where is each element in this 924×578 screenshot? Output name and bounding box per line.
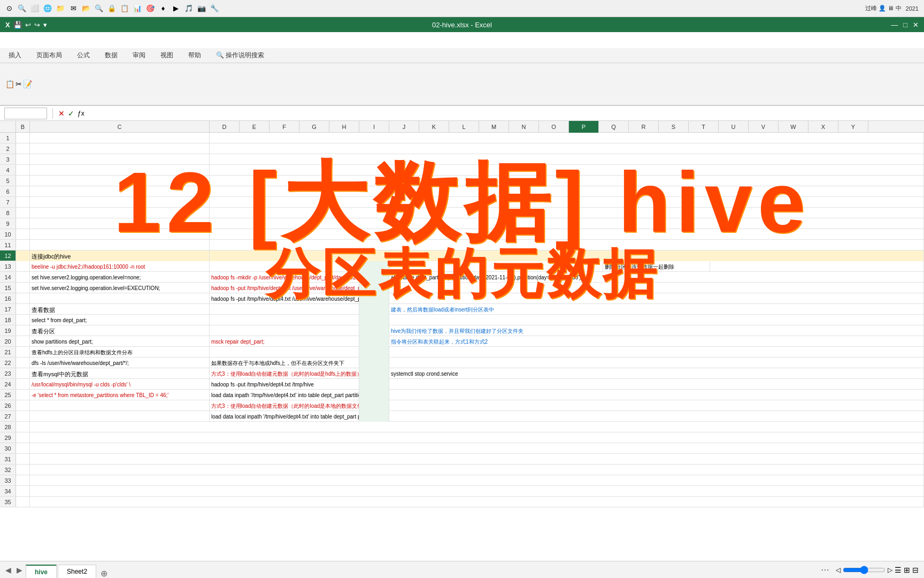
menu-formula[interactable]: 公式 (75, 50, 92, 61)
cell-B1[interactable] (16, 133, 30, 143)
cell-rest-28[interactable] (30, 422, 924, 432)
cell-C20-showpart[interactable]: show partitions dept_part; (30, 336, 210, 347)
cell-P14[interactable] (359, 272, 389, 283)
cell-B32[interactable] (16, 465, 30, 475)
cell-C18-select[interactable]: select * from dept_part; (30, 315, 210, 325)
cell-mid-14[interactable]: hadoop fs -mkdir -p /user/hive/warehouse… (210, 272, 359, 283)
cell-C3[interactable] (30, 154, 210, 165)
col-header-Q[interactable]: Q (599, 121, 629, 133)
cell-B33[interactable] (16, 475, 30, 486)
toolbar-icon2[interactable]: ✂ (16, 80, 22, 88)
cell-B27[interactable] (16, 411, 30, 422)
col-header-E[interactable]: E (240, 121, 270, 133)
edge-icon[interactable]: 🌐 (43, 4, 52, 13)
cell-B16[interactable] (16, 293, 30, 304)
cell-B2[interactable] (16, 143, 30, 154)
app3-icon[interactable]: 🎯 (145, 4, 155, 13)
cell-P16[interactable] (359, 293, 389, 304)
cell-Q14-alter[interactable]: alter table dept_part drop partition(day… (389, 272, 924, 283)
menu-insert[interactable]: 插入 (6, 50, 24, 61)
cell-rest-30[interactable] (30, 443, 924, 454)
col-header-N[interactable]: N (509, 121, 539, 133)
cell-mid-12[interactable] (210, 250, 359, 261)
cell-rest-7[interactable] (210, 197, 924, 208)
cell-rest-22[interactable] (389, 358, 924, 368)
cell-rest-35[interactable] (30, 497, 924, 507)
cell-C6[interactable] (30, 186, 210, 197)
col-header-K[interactable]: K (419, 121, 449, 133)
cell-C15-logging2[interactable]: set hive.server2.logging.operation.level… (30, 283, 210, 293)
menu-data[interactable]: 数据 (103, 50, 120, 61)
cell-P27[interactable] (359, 411, 389, 422)
cell-C12-connect[interactable]: 连接jdbc的hive (30, 250, 210, 261)
cell-B10[interactable] (16, 229, 30, 240)
insert-function-icon[interactable]: ƒx (78, 110, 84, 117)
tab-prev-arrow[interactable]: ◀ (3, 566, 13, 574)
cell-B9[interactable] (16, 218, 30, 229)
cell-Q13[interactable] (389, 261, 603, 272)
cell-rest-24[interactable] (389, 379, 924, 390)
tab-next-arrow[interactable]: ▶ (14, 566, 25, 574)
cell-rest-6[interactable] (210, 186, 924, 197)
cell-B29[interactable] (16, 432, 30, 443)
mail-icon[interactable]: ✉ (68, 4, 78, 13)
cell-C16[interactable] (30, 293, 210, 304)
cell-P19[interactable] (359, 325, 389, 336)
menu-search[interactable]: 🔍 操作说明搜索 (214, 50, 266, 61)
cell-r13-drop[interactable]: 删除分区，连带数据一起删除 (603, 261, 710, 272)
maximize-button[interactable]: □ (903, 21, 907, 29)
cell-B14[interactable] (16, 272, 30, 283)
app6-icon[interactable]: 🎵 (184, 4, 194, 13)
col-header-L[interactable]: L (449, 121, 479, 133)
cell-P24[interactable] (359, 379, 389, 390)
cell-rest-15[interactable] (389, 283, 924, 293)
zoom-slider[interactable] (843, 566, 886, 574)
cell-P17[interactable] (359, 304, 389, 315)
col-header-X[interactable]: X (808, 121, 838, 133)
cell-B34[interactable] (16, 486, 30, 497)
cell-rest-32[interactable] (30, 465, 924, 475)
folder-icon[interactable]: 📂 (81, 4, 91, 13)
cell-q20-note[interactable]: 指令将分区和表关联起来，方式1和方式2 (389, 336, 924, 347)
cell-B35[interactable] (16, 497, 30, 507)
search2-icon[interactable]: 🔍 (94, 4, 104, 13)
cell-rest-25[interactable] (389, 390, 924, 400)
col-header-B[interactable]: B (16, 121, 30, 133)
scroll-left-icon[interactable]: ◁ (836, 566, 841, 574)
cell-C17-viewdata[interactable]: 查看数据 (30, 304, 210, 315)
app1-icon[interactable]: 🔒 (107, 4, 117, 13)
cell-rest-34[interactable] (30, 486, 924, 497)
col-header-M[interactable]: M (479, 121, 509, 133)
sheet-tab-hive[interactable]: hive (26, 565, 57, 579)
col-header-H[interactable]: H (329, 121, 359, 133)
cell-B13[interactable] (16, 261, 30, 272)
cell-rest-3[interactable] (210, 154, 924, 165)
normal-view-icon[interactable]: ☰ (895, 566, 902, 574)
page-break-icon[interactable]: ⊟ (912, 566, 919, 574)
cell-B22[interactable] (16, 358, 30, 368)
sheet-tab-sheet2[interactable]: Sheet2 (58, 565, 96, 579)
quick-access-dropdown[interactable]: ▾ (43, 21, 47, 29)
quick-access-redo[interactable]: ↪ (34, 21, 40, 29)
col-header-W[interactable]: W (779, 121, 808, 133)
cell-B11[interactable] (16, 240, 30, 250)
cell-rest-31[interactable] (30, 454, 924, 465)
app5-icon[interactable]: ▶ (171, 4, 181, 13)
col-header-D[interactable]: D (210, 121, 240, 133)
col-header-C[interactable]: C (30, 121, 210, 133)
cell-C21-viewhdfs[interactable]: 查看hdfs上的分区目录结构和数据文件分布 (30, 347, 210, 358)
cell-P15[interactable] (359, 283, 389, 293)
cell-B19[interactable] (16, 325, 30, 336)
cell-P26[interactable] (359, 400, 389, 411)
cell-rest-29[interactable] (30, 432, 924, 443)
cell-C19-viewpart[interactable]: 查看分区 (30, 325, 210, 336)
cell-C1[interactable] (30, 133, 210, 143)
cell-C25-mysql2[interactable]: -e 'select * from metastore_partitions w… (30, 390, 210, 400)
cell-C24-mysql1[interactable]: /usr/local/mysql/bin/mysql -u clds -p'cl… (30, 379, 210, 390)
cell-C9[interactable] (30, 218, 210, 229)
col-header-I[interactable]: I (359, 121, 389, 133)
col-header-Y[interactable]: Y (838, 121, 868, 133)
cell-C7[interactable] (30, 197, 210, 208)
cell-C2[interactable] (30, 143, 210, 154)
cell-B26[interactable] (16, 400, 30, 411)
